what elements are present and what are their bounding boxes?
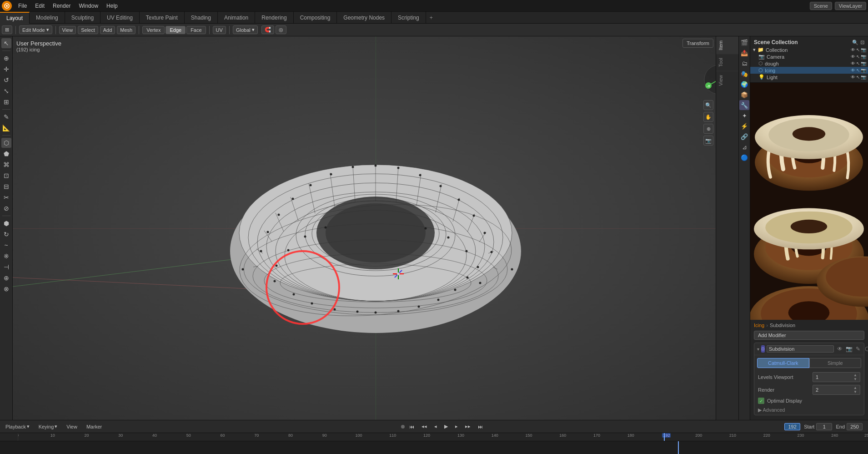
tool-loop-cut[interactable]: ⊡ [1,171,11,181]
next-keyframe-btn[interactable]: ▸▸ [462,423,473,430]
icing-row[interactable]: ⬡ Icing 👁 ↖ 📷 [750,67,868,74]
play-btn[interactable]: ▶ [442,423,451,430]
tool-spin[interactable]: ↻ [1,229,11,239]
prop-render[interactable]: 🎬 [739,37,749,47]
viewport-camera-btn[interactable]: 📷 [703,136,713,146]
collection-expand-icon[interactable]: ▾ [753,47,756,53]
n-panel-tab-item[interactable]: Item [716,36,738,54]
tool-random[interactable]: ※ [1,251,11,261]
tab-uv-editing[interactable]: UV Editing [100,12,140,24]
tool-edge-slide[interactable]: ⊣ [1,262,11,272]
tab-rendering[interactable]: Rendering [255,12,293,24]
render-value[interactable]: 2 ▲ ▼ [813,385,860,395]
tool-knife[interactable]: ✂ [1,192,11,202]
skip-to-end-btn[interactable]: ⏭ [475,423,486,430]
tool-annotate[interactable]: ✎ [1,112,11,122]
skip-to-start-btn[interactable]: ⏮ [406,423,417,430]
prop-modifier[interactable]: 🔧 [739,100,749,110]
next-frame-btn[interactable]: ▸ [452,423,461,430]
prev-keyframe-btn[interactable]: ◂◂ [419,423,430,430]
prop-object[interactable]: 📦 [739,90,749,100]
modifier-expand-icon[interactable]: ▾ [757,347,759,352]
viewport[interactable]: User Perspective (192) icing Transform [13,36,738,420]
tool-measure[interactable]: 📐 [1,123,11,133]
light-row[interactable]: 💡 Light 👁 ↖ 📷 [750,74,868,81]
menu-render[interactable]: Render [49,2,74,10]
keying-menu[interactable]: Keying ▾ [36,423,60,430]
timeline-track[interactable] [0,441,868,454]
tool-scale[interactable]: ⤡ [1,86,11,96]
tab-modeling[interactable]: Modeling [30,12,65,24]
proportional-edit-toggle[interactable]: ◎ [276,25,286,34]
n-panel-tab-tool[interactable]: Tool [716,54,738,71]
modifier-cage-btn[interactable]: ⬡ [863,345,868,353]
prop-particles[interactable]: ✦ [739,111,749,121]
viewport-zoom-btn[interactable]: 🔍 [703,100,713,110]
tool-smooth[interactable]: ~ [1,240,11,250]
menu-file[interactable]: File [15,2,30,10]
current-frame-display[interactable]: 192 [784,423,800,430]
tab-scripting[interactable]: Scripting [391,12,426,24]
scene-name[interactable]: Scene [810,2,832,10]
add-menu[interactable]: Add [100,26,115,34]
add-workspace-tab[interactable]: + [426,15,437,21]
tab-texture-paint[interactable]: Texture Paint [140,12,185,24]
select-menu[interactable]: Select [78,26,98,34]
tool-offset-edge[interactable]: ⊟ [1,182,11,192]
marker-menu[interactable]: Marker [84,423,105,430]
mode-selector[interactable]: Edit Mode ▾ [19,25,52,34]
n-panel-tab-view[interactable]: View [716,71,738,90]
transform-orientation[interactable]: Global ▾ [233,25,258,34]
tool-push-pull[interactable]: ⊗ [1,284,11,294]
timeline-content[interactable]: 0 10 20 30 40 50 60 70 80 90 100 110 120… [0,433,868,454]
record-btn[interactable] [401,425,405,429]
prop-data[interactable]: ⊿ [739,142,749,152]
tab-animation[interactable]: Animation [218,12,255,24]
optimal-display-checkbox[interactable]: ✓ Optimal Display [754,396,864,405]
tool-bevel[interactable]: ⌘ [1,160,11,170]
viewport-pan-btn[interactable]: ✋ [703,112,713,122]
levels-viewport-value[interactable]: 1 ▲ ▼ [813,372,860,382]
prop-physics[interactable]: ⚡ [739,121,749,131]
prop-constraints[interactable]: 🔗 [739,131,749,141]
prop-output[interactable]: 📤 [739,48,749,58]
prop-scene[interactable]: 🎭 [739,69,749,79]
transform-panel-header[interactable]: Transform [682,39,713,48]
catmull-clark-btn[interactable]: Catmull-Clark [757,358,809,368]
modifier-render-btn[interactable]: 📷 [845,345,853,353]
tool-rotate[interactable]: ↺ [1,75,11,85]
tab-compositing[interactable]: Compositing [294,12,337,24]
vis-eye-icon[interactable]: 👁 [851,47,855,52]
menu-edit[interactable]: Edit [31,2,48,10]
tool-shrink-fatten[interactable]: ⊕ [1,273,11,283]
snap-toggle[interactable]: 🧲 [261,25,274,34]
vis-render-icon[interactable]: 📷 [861,47,866,52]
viewport-orbit-btn[interactable]: ⊕ [703,124,713,134]
prop-world[interactable]: 🌍 [739,79,749,89]
dough-row[interactable]: ⬡ dough 👁 ↖ 📷 [750,60,868,67]
tool-extrude[interactable]: ⬡ [1,138,11,148]
tab-geometry-nodes[interactable]: Geometry Nodes [337,12,391,24]
tool-bisect[interactable]: ⊘ [1,203,11,213]
breadcrumb-icing[interactable]: Icing [754,323,764,328]
edge-mode-btn[interactable]: Edge [166,26,186,34]
face-mode-btn[interactable]: Face [186,26,206,34]
prop-view-layer[interactable]: 🗂 [739,58,749,68]
scene-collection-row[interactable]: ▾ 📁 Collection 👁 ↖ 📷 [750,46,868,53]
view-layer-name[interactable]: ViewLayer [835,2,866,10]
menu-help[interactable]: Help [103,2,121,10]
scene-filter-icon[interactable]: 🔍 [852,40,858,45]
modifier-name-input[interactable] [767,345,834,353]
view-menu[interactable]: View [59,26,76,34]
prop-material[interactable]: 🔵 [739,152,749,162]
playback-menu[interactable]: Playback ▾ [3,423,32,430]
tab-layout[interactable]: Layout [0,12,30,24]
scene-sync-icon[interactable]: ⊡ [860,40,864,45]
menu-window[interactable]: Window [75,2,102,10]
vertex-mode-btn[interactable]: Vertex [142,26,165,34]
end-frame-value[interactable]: 250 [847,423,863,430]
start-frame-value[interactable]: 1 [816,423,832,430]
tool-poly-build[interactable]: ⬢ [1,218,11,228]
tool-cursor[interactable]: ⊕ [1,53,11,63]
vis-select-icon[interactable]: ↖ [856,47,860,52]
